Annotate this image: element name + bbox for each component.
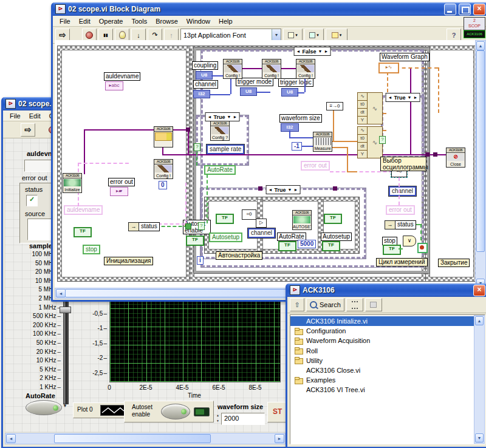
menu-item[interactable]: Edit xyxy=(25,112,45,120)
slider-bottom-arrow-icon[interactable]: ▼ xyxy=(63,403,67,409)
coupling-terminal[interactable]: U8 xyxy=(196,71,213,80)
scroll-left-icon[interactable]: ◄ xyxy=(6,434,16,443)
case-next-icon[interactable]: ► xyxy=(324,49,328,53)
palette-titlebar[interactable]: ⊳ ACK3106 × xyxy=(287,283,486,297)
trigger-logic-terminal[interactable]: U8 xyxy=(281,88,298,97)
case-selector-true[interactable]: ◄True ▼► xyxy=(266,185,301,194)
slider-handle[interactable] xyxy=(60,307,71,313)
pin-button[interactable] xyxy=(365,298,382,311)
scroll-up-icon[interactable]: ▲ xyxy=(476,41,485,50)
waveform-cluster-1[interactable]: ∿ t0 dt Y ∿ xyxy=(357,92,383,124)
autosetup-indicator-2[interactable]: TF xyxy=(322,241,340,251)
autorate-terminal[interactable]: TF xyxy=(278,241,296,251)
font-selector[interactable]: 13pt Application Font ▾ xyxy=(180,29,281,41)
vi-icon[interactable]: 2SCOP ACK3106 xyxy=(464,17,485,40)
menu-item[interactable]: Window xyxy=(182,17,214,25)
zero-constant[interactable]: 0 xyxy=(159,181,167,189)
menu-item[interactable]: File xyxy=(5,112,25,120)
view-options-button[interactable] xyxy=(346,298,363,311)
loop-condition-terminal[interactable] xyxy=(417,243,428,253)
stop-terminal[interactable]: TF xyxy=(383,245,401,255)
unbundle-status[interactable]: → status xyxy=(128,222,160,231)
search-button[interactable]: Search xyxy=(306,298,344,311)
palette-item[interactable]: Examples xyxy=(290,375,475,385)
ack3106-open-node[interactable]: ACK3106 xyxy=(154,126,173,148)
waveform-graph-terminal[interactable]: ▸∿ xyxy=(378,63,399,73)
spin-up-icon[interactable]: ▲ xyxy=(215,413,221,418)
auldevname-local-variable[interactable]: auldevname xyxy=(64,205,103,215)
palette-item[interactable]: ACK3106 VI Tree.vi xyxy=(290,385,475,395)
spin-down-icon[interactable]: ▼ xyxy=(215,418,221,424)
case-selector-true[interactable]: ◄True ▼► xyxy=(386,93,420,102)
channel-local[interactable]: channel xyxy=(248,228,275,238)
scroll-thumb[interactable] xyxy=(476,50,485,252)
case-selector-true[interactable]: ◄True ▼► xyxy=(205,112,240,121)
scroll-thumb[interactable] xyxy=(54,434,211,443)
ack3106-config-node-1[interactable]: ACK3106 Config ! xyxy=(223,59,242,79)
close-button[interactable]: × xyxy=(473,285,485,296)
palette-item[interactable]: Roll xyxy=(290,346,475,356)
error-out-terminal[interactable]: ▸▰ xyxy=(110,187,128,196)
menu-item[interactable]: File xyxy=(55,17,75,25)
palette-vscrollbar[interactable]: ▲ ▼ xyxy=(474,315,485,444)
autosetup-local[interactable]: Autosetup xyxy=(209,232,242,242)
maximize-button[interactable] xyxy=(459,4,471,15)
waveform-graph-plot-area[interactable] xyxy=(109,299,281,382)
waveform-size-spinner[interactable]: ▲ ▼ xyxy=(215,413,221,424)
unbundle-status-2[interactable]: → status xyxy=(385,220,416,229)
autorate-toggle[interactable] xyxy=(26,400,62,415)
scroll-up-icon[interactable]: ▲ xyxy=(475,316,484,325)
run-button[interactable]: ⇨ xyxy=(21,123,35,137)
palette-item[interactable]: ACK3106 Initialize.vi xyxy=(290,316,475,326)
case-prev-icon[interactable]: ◄ xyxy=(296,49,301,53)
close-button[interactable]: × xyxy=(473,4,485,15)
build-array-node[interactable]: ≡→0 xyxy=(326,102,343,110)
ack3106-initialize-node[interactable]: ACK3106 Initialize xyxy=(63,173,82,193)
scroll-left-icon[interactable]: ◄ xyxy=(56,289,66,297)
tf-constant[interactable]: TF xyxy=(74,227,92,237)
five-thousand-constant[interactable]: 5000 xyxy=(298,240,316,248)
scroll-right-icon[interactable]: ► xyxy=(275,434,284,443)
menu-item[interactable]: Help xyxy=(214,17,237,25)
palette-item[interactable]: ACK3106 Close.vi xyxy=(290,365,475,375)
channel-terminal[interactable]: I32 xyxy=(193,90,210,98)
menu-item[interactable]: Edit xyxy=(75,17,95,25)
stop-local-variable[interactable]: stop xyxy=(83,245,100,254)
autoset-enable-toggle[interactable] xyxy=(161,404,190,419)
block-diagram-vscrollbar[interactable]: ▲ ▼ xyxy=(475,40,486,289)
ack3106-config-node-0[interactable]: ACK3106 Config ! xyxy=(154,159,173,179)
palette-item[interactable]: Waveform Acquisition xyxy=(290,336,475,345)
sample-rate-indicator[interactable]: sample rate xyxy=(207,144,244,154)
palette-item[interactable]: Utility xyxy=(290,356,475,365)
not-node[interactable]: ▷ xyxy=(256,219,267,228)
block-diagram-titlebar[interactable]: ⊳ 02 scope.vi Block Diagram × xyxy=(53,2,486,16)
palette-item[interactable]: Configuration xyxy=(290,326,475,336)
waveform-size-field[interactable]: 2000 xyxy=(221,413,265,425)
front-panel-hscrollbar[interactable]: ◄ ► xyxy=(5,433,286,444)
auldevname-string-terminal[interactable]: ▸abc xyxy=(105,81,123,90)
menu-item[interactable]: Tools xyxy=(127,17,151,25)
channel-indicator[interactable]: channel xyxy=(389,186,416,196)
ack3106-config-q-node[interactable]: ACK3106 Config ? xyxy=(210,121,230,141)
loop-iteration-terminal[interactable]: i xyxy=(197,256,204,265)
case-selector-false[interactable]: ◄ False ▼ ► xyxy=(294,47,331,56)
trigger-mode-terminal[interactable]: U8 xyxy=(240,87,257,96)
case-selector-terminal[interactable]: ? xyxy=(379,136,386,144)
equal-zero-node[interactable]: =0 xyxy=(242,209,256,220)
autosetup-tf-terminal[interactable]: TF xyxy=(216,214,234,224)
error-out-local-variable[interactable]: error out xyxy=(301,161,330,171)
plot-legend[interactable]: Plot 0 xyxy=(73,402,129,418)
up-level-button[interactable]: ⇧ xyxy=(290,298,304,311)
case-structure-graph-select[interactable]: ◄True ▼► xyxy=(382,96,424,158)
autoset-enable-terminal[interactable]: TF xyxy=(186,236,204,246)
minimize-button[interactable] xyxy=(444,4,456,15)
ack3106-autoset-node[interactable]: ACK3106 AUTOSET xyxy=(292,210,312,230)
case-selector-terminal[interactable]: ? xyxy=(194,143,200,151)
ack3106-close-node[interactable]: ACK3106⊘ Close xyxy=(446,148,465,168)
status-checkbox[interactable]: ✓ xyxy=(26,195,38,206)
minus-one-constant[interactable]: -1 xyxy=(292,142,302,151)
ack3106-config-node-2[interactable]: ACK3106 Config ! xyxy=(262,59,281,79)
ack3106-config-node-3[interactable]: ACK3106 Config ! xyxy=(296,59,315,79)
menu-item[interactable]: Operate xyxy=(95,17,128,25)
ack3106-measure-node[interactable]: ACK3106 Measure xyxy=(313,132,332,152)
